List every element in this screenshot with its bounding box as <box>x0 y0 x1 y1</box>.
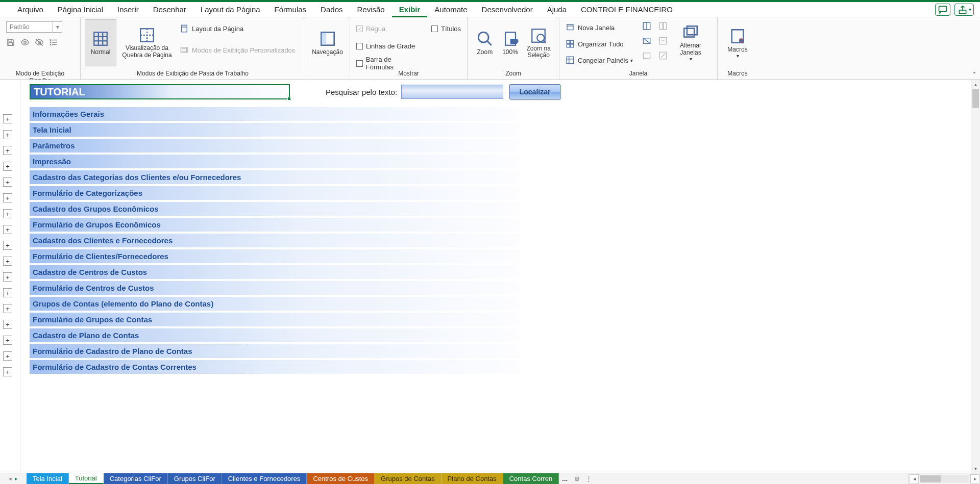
ribbon-tab[interactable]: Inserir <box>110 2 146 17</box>
ribbon-tab[interactable]: Ajuda <box>540 2 574 17</box>
list-icon[interactable] <box>49 38 58 49</box>
ribbon-tab[interactable]: Página Inicial <box>51 2 110 17</box>
view-page-break-button[interactable]: Visualização da Quebra de Página <box>116 19 178 66</box>
outline-expand-button[interactable]: + <box>3 288 12 297</box>
scroll-down-button[interactable]: ▾ <box>971 464 980 473</box>
hscroll-thumb[interactable] <box>920 475 941 482</box>
outline-expand-button[interactable]: + <box>3 241 12 250</box>
sheet-tab[interactable]: Contas Corren <box>503 473 559 484</box>
selection-handle[interactable] <box>287 97 291 100</box>
section-header[interactable]: Formulário de Centros de Custos <box>30 281 520 295</box>
ribbon-collapse-button[interactable]: ⌃ <box>972 71 977 78</box>
scroll-thumb[interactable] <box>972 89 979 108</box>
ribbon-tab[interactable]: Desenhar <box>146 2 193 17</box>
tab-nav[interactable]: ◂ ▸ <box>0 473 27 484</box>
section-header[interactable]: Cadastro das Categorias dos Clientes e/o… <box>30 170 520 184</box>
outline-expand-button[interactable]: + <box>3 162 12 171</box>
zoom-100-button[interactable]: 100 100% <box>498 19 523 66</box>
sheet-tab[interactable]: Plano de Contas <box>442 473 503 484</box>
outline-expand-button[interactable]: + <box>3 146 12 155</box>
sheet-tab[interactable]: Tela Incial <box>27 473 69 484</box>
outline-expand-button[interactable]: + <box>3 209 12 218</box>
new-sheet-button[interactable]: ⊕ <box>571 473 583 484</box>
section-header[interactable]: Formulário de Cadastro de Contas Corrent… <box>30 360 520 374</box>
section-header[interactable]: Formulário de Clientes/Fornecedores <box>30 249 520 263</box>
comments-button[interactable] <box>935 4 950 16</box>
ribbon-tab[interactable]: Automate <box>427 2 474 17</box>
section-header[interactable]: Formulário de Categorizações <box>30 186 520 200</box>
outline-expand-button[interactable]: + <box>3 257 12 266</box>
save-icon[interactable] <box>6 38 15 49</box>
gridlines-checkbox[interactable]: Linhas de Grade <box>356 40 420 52</box>
tab-menu-button[interactable]: ⋮ <box>583 473 594 484</box>
ribbon-tab[interactable]: Arquivo <box>10 2 51 17</box>
ribbon-tab[interactable]: Fórmulas <box>267 2 314 17</box>
sheet-tab[interactable]: Tutorial <box>69 473 104 484</box>
sheet-tab[interactable]: Centros de Custos <box>307 473 375 484</box>
section-header[interactable]: Tela Inicial <box>30 123 520 137</box>
section-header[interactable]: Formulário de Grupos de Contas <box>30 313 520 326</box>
section-header[interactable]: Cadastro dos Grupos Econômicos <box>30 202 520 216</box>
ribbon-tab[interactable]: Desenvolvedor <box>475 2 540 17</box>
section-header[interactable]: Cadastro dos Clientes e Fornecedores <box>30 234 520 247</box>
navigation-button[interactable]: Navegação <box>309 19 346 66</box>
section-header[interactable]: Parâmetros <box>30 139 520 152</box>
formula-bar-checkbox[interactable]: Barra de Fórmulas <box>356 57 420 69</box>
section-header[interactable]: Cadastro de Centros de Custos <box>30 265 520 279</box>
outline-expand-button[interactable]: + <box>3 272 12 282</box>
hide-icon[interactable] <box>642 36 651 47</box>
scroll-left-button[interactable]: ◂ <box>910 474 919 483</box>
outline-expand-button[interactable]: + <box>3 114 12 123</box>
eye-icon[interactable] <box>20 38 30 49</box>
freeze-panes-button[interactable]: Congelar Painéis ▾ <box>566 54 633 66</box>
section-header[interactable]: Informações Gerais <box>30 107 520 121</box>
outline-expand-button[interactable]: + <box>3 336 12 345</box>
new-window-button[interactable]: Nova Janela <box>566 21 633 34</box>
section-header[interactable]: Grupos de Contas (elemento do Plano de C… <box>30 297 520 311</box>
eye-off-icon[interactable] <box>35 38 44 49</box>
tabs-overflow[interactable]: ... <box>559 473 571 484</box>
outline-expand-button[interactable]: + <box>3 304 12 313</box>
view-normal-button[interactable]: Normal <box>85 19 116 66</box>
vertical-scrollbar[interactable]: ▴ ▾ <box>971 80 980 473</box>
ribbon-tab[interactable]: Exibir <box>392 2 428 17</box>
outline-expand-button[interactable]: + <box>3 367 12 376</box>
switch-windows-button[interactable]: Alternar Janelas ▾ <box>673 19 708 66</box>
title-cell[interactable]: TUTORIAL <box>30 84 290 99</box>
horizontal-scrollbar[interactable]: ◂ ▸ <box>909 473 980 484</box>
outline-expand-button[interactable]: + <box>3 351 12 361</box>
macros-button[interactable]: Macros ▾ <box>722 19 753 66</box>
outline-expand-button[interactable]: + <box>3 225 12 234</box>
section-header[interactable]: Impressão <box>30 155 520 168</box>
section-header[interactable]: Cadastro de Plano de Contas <box>30 328 520 342</box>
tab-prev-icon[interactable]: ◂ <box>9 475 12 482</box>
arrange-all-button[interactable]: Organizar Tudo <box>566 38 633 50</box>
outline-expand-button[interactable]: + <box>3 193 12 202</box>
outline-expand-button[interactable]: + <box>3 320 12 329</box>
outline-expand-button[interactable]: + <box>3 130 12 139</box>
view-page-layout-button[interactable]: Layout da Página <box>180 22 295 35</box>
ribbon-tab[interactable]: Dados <box>313 2 350 17</box>
zoom-selection-button[interactable]: Zoom na Seleção <box>522 19 555 66</box>
split-icon[interactable] <box>642 21 651 32</box>
sheet-tab[interactable]: Grupos CliFor <box>168 473 222 484</box>
cell-grid[interactable]: TUTORIAL Pesquisar pelo texto: Localizar… <box>20 80 980 473</box>
scroll-right-button[interactable]: ▸ <box>970 474 979 483</box>
share-button[interactable]: ▾ <box>954 4 974 16</box>
ribbon-tab[interactable]: Layout da Página <box>193 2 267 17</box>
sheet-tab[interactable]: Clientes e Fornecedores <box>222 473 307 484</box>
zoom-button[interactable]: Zoom <box>472 19 498 66</box>
localizar-button[interactable]: Localizar <box>509 84 560 99</box>
search-input[interactable] <box>401 85 503 99</box>
section-header[interactable]: Formulário de Cadastro de Plano de Conta… <box>30 344 520 358</box>
ribbon-tab[interactable]: Revisão <box>350 2 391 17</box>
sheet-view-select[interactable]: Padrão ▾ <box>6 21 62 33</box>
scroll-up-button[interactable]: ▴ <box>971 80 980 89</box>
sheet-tab[interactable]: Categorias CliFor <box>104 473 168 484</box>
headings-checkbox[interactable]: Títulos <box>431 22 461 35</box>
sheet-tab[interactable]: Grupos de Contas <box>375 473 442 484</box>
tab-next-icon[interactable]: ▸ <box>15 475 18 482</box>
ribbon-tab[interactable]: CONTROLE FINANCEIRO <box>574 2 680 17</box>
section-header[interactable]: Formulário de Grupos Econômicos <box>30 218 520 232</box>
outline-expand-button[interactable]: + <box>3 177 12 187</box>
